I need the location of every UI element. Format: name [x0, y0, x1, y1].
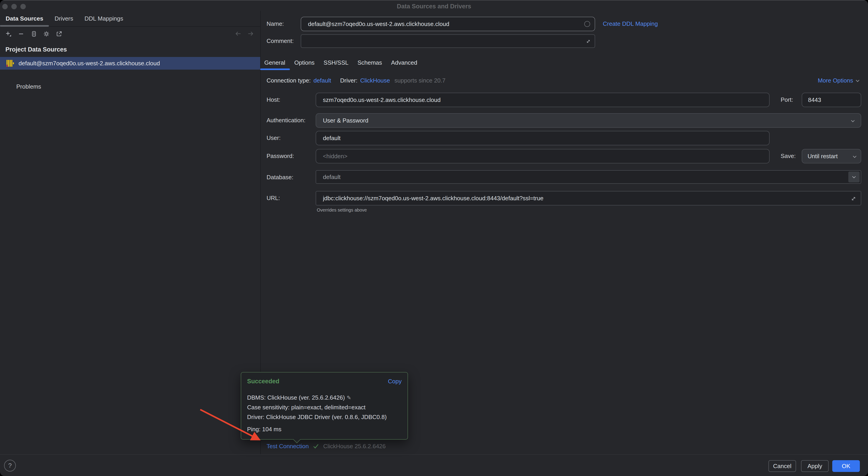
authentication-dropdown[interactable]: User & Password: [316, 113, 861, 128]
password-input[interactable]: [316, 149, 769, 163]
duplicate-icon[interactable]: [30, 31, 37, 37]
user-input[interactable]: [316, 131, 769, 145]
database-combo: [316, 170, 861, 184]
name-field-wrap: [301, 17, 595, 31]
create-ddl-mapping-link[interactable]: Create DDL Mapping: [603, 20, 658, 27]
test-connection-row: Test Connection ClickHouse 25.6.2.6426: [267, 443, 386, 450]
host-input[interactable]: [316, 93, 769, 107]
success-check-icon: [312, 443, 319, 450]
database-label: Database:: [267, 174, 293, 181]
gear-icon[interactable]: [43, 31, 50, 37]
tab-advanced-label: Advanced: [391, 59, 417, 66]
password-label: Password:: [267, 152, 294, 160]
connection-type-label: Connection type:: [267, 77, 311, 84]
data-source-list-item[interactable]: default@szm7oqed0o.us-west-2.aws.clickho…: [0, 57, 260, 70]
tab-general-indicator: [260, 68, 290, 70]
help-button[interactable]: ?: [4, 460, 16, 472]
tab-data-sources[interactable]: Data Sources: [0, 11, 49, 26]
more-options[interactable]: More Options: [818, 77, 860, 84]
window-top-highlight: [0, 0, 868, 0]
tab-ssh-ssl-label: SSH/SSL: [323, 59, 348, 66]
popup-details: DBMS: ClickHouse (ver. 25.6.2.6426)✎ Cas…: [247, 393, 387, 422]
tab-options-label: Options: [294, 59, 315, 66]
password-field-wrap: [316, 149, 770, 163]
driver-value-link[interactable]: ClickHouse: [360, 77, 390, 84]
popup-status: Succeeded: [247, 378, 279, 385]
popup-copy-link[interactable]: Copy: [388, 378, 402, 385]
left-tab-strip: Data Sources Drivers DDL Mappings: [0, 11, 260, 27]
help-label: ?: [8, 462, 12, 469]
url-field-wrap: [316, 191, 861, 205]
open-in-new-icon[interactable]: [56, 31, 62, 37]
tab-general[interactable]: General: [260, 56, 290, 70]
comment-label: Comment:: [267, 37, 294, 44]
tab-drivers[interactable]: Drivers: [49, 11, 79, 26]
tab-schemas[interactable]: Schemas: [353, 56, 386, 70]
ok-button[interactable]: OK: [832, 460, 860, 472]
popup-dbms-text: DBMS: ClickHouse (ver. 25.6.2.6426): [247, 394, 345, 401]
connection-tab-strip: General Options SSH/SSL Schemas Advanced: [260, 56, 422, 70]
port-field-wrap: [802, 93, 861, 107]
test-connection-popup: Succeeded Copy DBMS: ClickHouse (ver. 25…: [241, 372, 408, 440]
tab-ssh-ssl[interactable]: SSH/SSL: [319, 56, 353, 70]
remove-icon[interactable]: [18, 31, 25, 37]
tab-ddl-mappings[interactable]: DDL Mappings: [79, 11, 129, 26]
project-data-sources-header: Project Data Sources: [5, 46, 67, 53]
chevron-down-icon: [851, 174, 857, 180]
popup-driver-line: Driver: ClickHouse JDBC Driver (ver. 0.8…: [247, 412, 387, 422]
expand-icon[interactable]: [585, 38, 591, 44]
tab-advanced[interactable]: Advanced: [386, 56, 422, 70]
data-source-name: default@szm7oqed0o.us-west-2.aws.clickho…: [19, 60, 160, 67]
clickhouse-icon: [6, 59, 14, 67]
connection-type-row: Connection type: default Driver: ClickHo…: [267, 77, 445, 84]
expand-icon[interactable]: [850, 195, 857, 202]
popup-ping: Ping: 104 ms: [247, 426, 281, 433]
save-label: Save:: [781, 152, 796, 160]
driver-support-note: supports since 20.7: [394, 77, 445, 84]
save-dropdown[interactable]: Until restart: [802, 149, 861, 163]
tab-ddl-mappings-label: DDL Mappings: [85, 15, 123, 22]
name-loading-indicator-icon: [584, 21, 590, 27]
add-icon[interactable]: [5, 31, 12, 37]
comment-input[interactable]: [301, 35, 595, 47]
footer-separator: [0, 454, 868, 455]
url-note: Overrides settings above: [317, 207, 367, 213]
url-input[interactable]: [316, 192, 861, 205]
connection-type-value-link[interactable]: default: [313, 77, 331, 84]
authentication-label: Authentication:: [267, 117, 306, 124]
tab-schemas-label: Schemas: [358, 59, 382, 66]
connection-status-text: ClickHouse 25.6.2.6426: [323, 443, 385, 450]
popup-case-line: Case sensitivity: plain=exact, delimited…: [247, 403, 387, 412]
problems-section-label[interactable]: Problems: [16, 83, 41, 90]
cancel-button[interactable]: Cancel: [769, 460, 796, 472]
tab-drivers-label: Drivers: [55, 15, 73, 22]
host-field-wrap: [316, 93, 770, 107]
edit-pencil-icon[interactable]: ✎: [347, 395, 351, 401]
user-label: User:: [267, 134, 281, 141]
back-icon[interactable]: [235, 30, 242, 37]
data-sources-dialog: Data Sources and Drivers Data Sources Dr…: [0, 0, 868, 476]
tab-selected-indicator: [0, 25, 49, 27]
test-connection-link[interactable]: Test Connection: [267, 443, 309, 450]
forward-icon[interactable]: [247, 30, 254, 37]
port-label: Port:: [781, 96, 793, 103]
chevron-down-icon: [852, 154, 858, 160]
host-label: Host:: [267, 96, 280, 103]
more-options-link[interactable]: More Options: [818, 77, 853, 84]
port-input[interactable]: [802, 93, 861, 107]
popup-dbms-line: DBMS: ClickHouse (ver. 25.6.2.6426)✎: [247, 393, 387, 403]
tab-data-sources-label: Data Sources: [6, 15, 43, 22]
chevron-down-icon: [850, 118, 856, 124]
comment-field-wrap: [301, 34, 595, 48]
tab-options[interactable]: Options: [290, 56, 319, 70]
user-field-wrap: [316, 131, 770, 145]
database-dropdown-button[interactable]: [848, 172, 860, 182]
authentication-value: User & Password: [316, 114, 861, 127]
name-label: Name:: [267, 20, 284, 27]
database-input[interactable]: [316, 171, 861, 183]
name-input[interactable]: [301, 17, 595, 31]
data-sources-toolbar: [0, 28, 260, 40]
tab-general-label: General: [264, 59, 285, 66]
chevron-down-icon: [855, 78, 860, 83]
apply-button[interactable]: Apply: [801, 460, 829, 472]
